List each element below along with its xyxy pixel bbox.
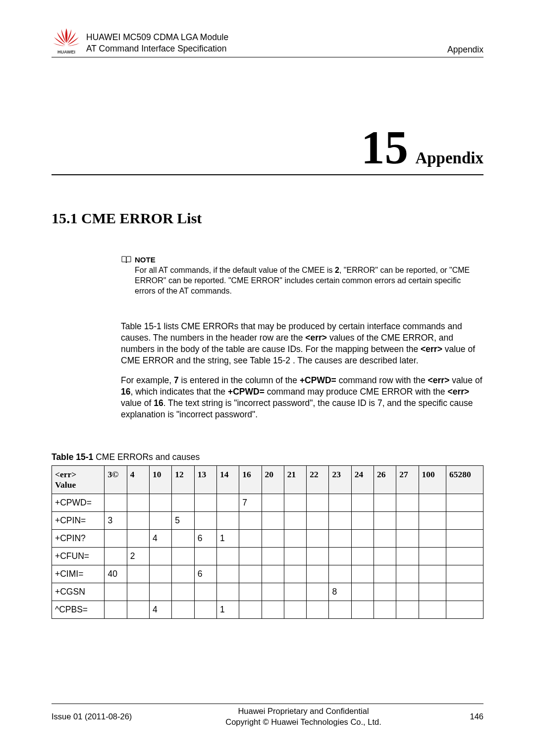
table-cell: 6 — [194, 565, 216, 583]
table-cell — [262, 530, 284, 548]
chapter-title: Appendix — [415, 149, 483, 167]
table-cell — [194, 512, 216, 530]
table-cell — [307, 530, 329, 548]
note-block: NOTE For all AT commands, if the default… — [121, 255, 483, 296]
table-cell — [329, 548, 351, 565]
table-cell — [127, 565, 149, 583]
hdr-value: Value — [55, 480, 102, 490]
table-cell — [396, 601, 419, 619]
table-cell — [150, 583, 172, 601]
logo-container: HUAWEI — [52, 27, 86, 55]
p2d: +CPWD= — [300, 375, 336, 385]
table-cell — [127, 530, 149, 548]
caption-text: CME ERRORs and causes — [96, 452, 200, 462]
paragraph-2: For example, 7 is entered in the column … — [121, 375, 483, 420]
table-cell: 8 — [329, 583, 351, 601]
table-cell: 4 — [150, 601, 172, 619]
cme-error-table: <err> Value 3© 4 10 12 13 14 16 20 21 22… — [52, 465, 483, 619]
section-title: 15.1 CME ERROR List — [52, 210, 483, 227]
table-cell: 40 — [105, 565, 127, 583]
table-cell: 1 — [216, 530, 239, 548]
table-cell — [194, 548, 216, 565]
footer-center: Huawei Proprietary and Confidential Copy… — [151, 706, 456, 727]
table-cell — [216, 494, 239, 512]
table-cell — [351, 494, 374, 512]
table-cell — [374, 548, 396, 565]
table-cell — [239, 530, 262, 548]
table-cell — [105, 494, 127, 512]
footer-issue: Issue 01 (2011-08-26) — [52, 712, 151, 721]
p2f: <err> — [428, 375, 450, 385]
hdr-col-2: 10 — [150, 466, 172, 494]
note-label: NOTE — [135, 255, 156, 264]
table-cell — [419, 548, 446, 565]
table-cell: 3 — [105, 512, 127, 530]
table-cell — [216, 565, 239, 583]
table-cell — [262, 583, 284, 601]
table-cell — [446, 601, 483, 619]
table-cell — [307, 512, 329, 530]
table-cell: 6 — [194, 530, 216, 548]
row-label: +CFUN= — [52, 548, 105, 565]
table-cell — [194, 494, 216, 512]
hdr-col-6: 16 — [239, 466, 262, 494]
row-label: +CPWD= — [52, 494, 105, 512]
p2h: 16 — [121, 387, 130, 397]
hdr-col-4: 13 — [194, 466, 216, 494]
p2c: is entered in the column of the — [179, 375, 300, 385]
header-titles: HUAWEI MC509 CDMA LGA Module AT Command … — [86, 32, 447, 55]
table-cell — [194, 583, 216, 601]
table-cell — [396, 565, 419, 583]
hdr-col-5: 14 — [216, 466, 239, 494]
table-cell: 1 — [216, 601, 239, 619]
huawei-logo-icon: HUAWEI — [52, 27, 81, 54]
table-cell — [262, 601, 284, 619]
table-cell — [329, 512, 351, 530]
p2k: command may produce CME ERROR with the — [265, 387, 448, 397]
table-cell — [351, 548, 374, 565]
table-row: +CIMI=406 — [52, 565, 483, 583]
p1d: <err> — [421, 344, 442, 354]
table-cell — [419, 601, 446, 619]
table-cell — [307, 494, 329, 512]
hdr-col-11: 24 — [351, 466, 374, 494]
footer-page-number: 146 — [456, 712, 483, 721]
table-cell — [239, 583, 262, 601]
paragraph-1: Table 15-1 lists CME ERRORs that may be … — [121, 321, 483, 366]
row-label: +CPIN? — [52, 530, 105, 548]
hdr-col-15: 65280 — [446, 466, 483, 494]
table-cell — [284, 548, 306, 565]
table-cell — [419, 530, 446, 548]
page-footer: Issue 01 (2011-08-26) Huawei Proprietary… — [52, 704, 483, 727]
p2g: value of — [449, 375, 482, 385]
table-cell — [307, 548, 329, 565]
table-cell — [105, 601, 127, 619]
row-label: ^CPBS= — [52, 601, 105, 619]
hdr-col-13: 27 — [396, 466, 419, 494]
table-caption: Table 15-1 CME ERRORs and causes — [52, 452, 483, 462]
table-cell — [446, 512, 483, 530]
table-cell — [446, 530, 483, 548]
table-cell — [172, 583, 194, 601]
chapter-heading: 15 Appendix — [52, 124, 483, 175]
table-cell: 4 — [150, 530, 172, 548]
table-cell — [194, 601, 216, 619]
p2l: <err> — [447, 387, 469, 397]
table-cell — [172, 494, 194, 512]
table-cell — [216, 512, 239, 530]
table-cell — [105, 583, 127, 601]
table-row: +CFUN=2 — [52, 548, 483, 565]
table-row: +CPIN?461 — [52, 530, 483, 548]
chapter-number: 15 — [361, 124, 408, 171]
table-cell — [284, 494, 306, 512]
table-cell — [351, 565, 374, 583]
table-cell — [172, 530, 194, 548]
footer-center2: Copyright © Huawei Technologies Co., Ltd… — [151, 717, 456, 727]
table-cell — [239, 512, 262, 530]
table-header-row: <err> Value 3© 4 10 12 13 14 16 20 21 22… — [52, 466, 483, 494]
table-cell — [329, 565, 351, 583]
table-cell: 2 — [127, 548, 149, 565]
table-row: +CPIN=35 — [52, 512, 483, 530]
table-cell — [396, 494, 419, 512]
table-cell — [351, 512, 374, 530]
